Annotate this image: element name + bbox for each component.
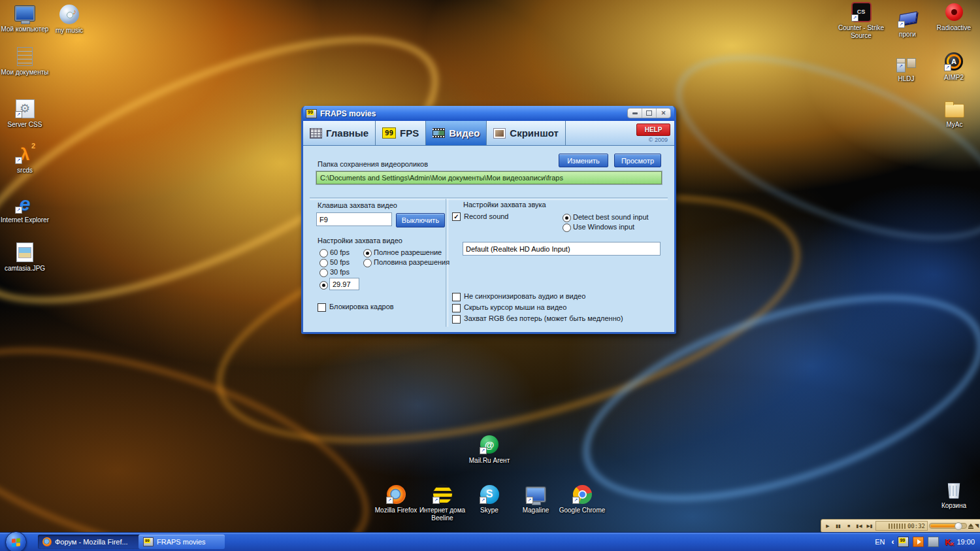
lock-framerate-checkbox[interactable] (318, 303, 326, 312)
kaspersky-tray-icon[interactable]: K (943, 537, 953, 546)
record-sound-checkbox[interactable]: ✓ (452, 212, 461, 221)
taskbar-button-fraps[interactable]: FRAPS movies (139, 535, 225, 549)
stop-button[interactable]: ■ (844, 522, 853, 530)
beeline-icon (432, 484, 453, 505)
next-track-button[interactable]: ▶▮ (865, 522, 874, 530)
icon-label: Мои документы (1, 69, 49, 76)
wallpaper-flame-streak (0, 305, 392, 551)
desktop-icon-beeline-internet[interactable]: Интернет дома Beeline (417, 484, 467, 522)
desktop-icon-skype[interactable]: S Skype (465, 484, 514, 514)
language-indicator[interactable]: EN (872, 537, 887, 546)
capture-hotkey-label: Клавиша захвата видео (318, 201, 397, 209)
fps-custom-radio[interactable] (319, 281, 328, 290)
full-resolution-radio[interactable] (363, 249, 372, 258)
desktop-icon-counter-strike-source[interactable]: CS Counter - Strike Source (836, 1, 886, 40)
pause-button[interactable]: ▮▮ (834, 522, 843, 530)
photo-icon (493, 128, 506, 139)
icon-label: MyAc (947, 121, 963, 129)
shortcut-arrow-icon (433, 497, 440, 504)
section-divider (310, 197, 668, 200)
icon-label: Internet Explorer (1, 216, 49, 224)
tab-main[interactable]: Главные (303, 121, 376, 145)
icon-label: Magaline (523, 507, 549, 514)
tab-video[interactable]: Видео (426, 121, 487, 145)
hide-cursor-checkbox[interactable] (452, 304, 461, 312)
device-tray-icon[interactable] (928, 537, 939, 547)
desktop-icon-my-computer[interactable]: Мой компьютер (0, 3, 50, 33)
fps-custom-field[interactable]: 29.97 (329, 278, 359, 290)
eject-icon[interactable] (968, 524, 973, 529)
desktop-icon-my-music[interactable]: my music (44, 4, 94, 35)
tab-screenshot[interactable]: Скриншот (487, 121, 565, 145)
hotkey-field[interactable]: F9 (316, 212, 392, 226)
system-tray: EN ‹ K 19:00 (872, 533, 977, 551)
desktop-icon-myac-folder[interactable]: MyAc (930, 98, 979, 129)
desktop-icon-mozilla-firefox[interactable]: Mozilla Firefox (371, 484, 421, 514)
no-sync-checkbox[interactable] (452, 293, 461, 301)
sound-device-select[interactable]: Default (Realtek HD Audio Input) (463, 242, 661, 256)
help-button[interactable]: HELP (636, 124, 670, 136)
icon-label: Skype (480, 507, 498, 514)
desktop-icon-server-css[interactable]: ⚙ Server CSS (0, 98, 50, 129)
deskband-grip-icon[interactable]: ◥ (975, 523, 979, 529)
icon-label: Интернет дома Beeline (417, 507, 467, 522)
minimize-button[interactable] (628, 109, 642, 118)
volume-slider[interactable] (929, 523, 967, 529)
shortcut-arrow-icon (480, 497, 487, 504)
player-display: 00:32 (875, 521, 928, 531)
start-button[interactable] (5, 531, 27, 551)
desktop-icon-aimp2[interactable]: A AIMP2 (929, 51, 979, 82)
fps-50-radio[interactable] (319, 259, 328, 267)
fraps-tray-icon[interactable] (898, 537, 909, 547)
desktop-icon-my-documents[interactable]: Мои документы (0, 46, 50, 76)
detect-sound-label: Detect best sound input (573, 213, 649, 221)
close-button[interactable]: ✕ (657, 109, 670, 118)
desktop-icon-radioactive[interactable]: Radioactive (929, 1, 979, 32)
use-windows-input-label: Use Windows input (573, 223, 634, 231)
fps-60-radio[interactable] (319, 249, 328, 258)
use-windows-input-radio[interactable] (563, 224, 571, 232)
desktop-icon-magaline[interactable]: Magaline (511, 484, 561, 514)
icon-label: Mozilla Firefox (375, 507, 417, 514)
shortcut-arrow-icon (898, 21, 905, 28)
fraps-window: FRAPS movies ✕ Главные 99 FPS Видео Скри… (301, 106, 676, 334)
desktop-icon-progi[interactable]: проги (883, 8, 932, 39)
taskbar-clock[interactable]: 19:00 (956, 538, 977, 546)
taskbar: Форум - Mozilla Firef... FRAPS movies EN… (0, 532, 980, 551)
aimp-tray-icon[interactable] (913, 537, 924, 547)
detect-sound-radio[interactable] (563, 214, 571, 222)
no-sync-label: Не синхронизировать аудио и видео (464, 292, 585, 300)
desktop-icon-google-chrome[interactable]: Google Chrome (557, 484, 607, 514)
fps-60-label: 60 fps (330, 248, 350, 256)
documents-icon (14, 46, 35, 67)
change-folder-button[interactable]: Изменить (559, 154, 608, 167)
previous-track-button[interactable]: ▮◀ (855, 522, 864, 530)
window-titlebar[interactable]: FRAPS movies ✕ (303, 106, 674, 121)
tab-fps[interactable]: 99 FPS (376, 121, 426, 145)
desktop-icon-hldj[interactable]: HLDJ (881, 52, 931, 83)
fps-50-label: 50 fps (330, 258, 350, 266)
desktop-icon-mailru-agent[interactable]: @ Mail.Ru Агент (465, 434, 514, 465)
desktop-icon-internet-explorer[interactable]: e Internet Explorer (0, 193, 50, 224)
desktop-icon-recycle-bin[interactable]: Корзина (929, 479, 979, 510)
fraps-tab-bar: Главные 99 FPS Видео Скриншот HELP © 200… (303, 121, 674, 146)
windows-flag-icon (12, 538, 20, 546)
desktop-icon-camtasia-jpg[interactable]: camtasia.JPG (0, 242, 50, 273)
music-cd-icon (59, 4, 80, 25)
save-folder-path-field[interactable]: C:\Documents and Settings\Admin\Мои доку… (316, 171, 662, 184)
half-resolution-radio[interactable] (363, 259, 372, 267)
taskbar-button-firefox[interactable]: Форум - Mozilla Firef... (38, 535, 144, 549)
shortcut-arrow-icon (896, 63, 906, 73)
view-folder-button[interactable]: Просмотр (614, 154, 661, 167)
desktop-icon-srcds[interactable]: λ2 srcds (0, 144, 50, 175)
play-button[interactable]: ▶ (823, 522, 832, 530)
rgb-lossless-checkbox[interactable] (452, 315, 461, 324)
firefox-icon (385, 484, 406, 505)
hide-cursor-label: Скрыть курсор мыши на видео (464, 303, 566, 311)
maximize-button[interactable] (642, 109, 657, 118)
film-strip-icon (433, 128, 445, 138)
fraps-app-icon (306, 109, 317, 118)
tray-collapse-chevron-icon[interactable]: ‹ (891, 537, 894, 546)
disable-hotkey-button[interactable]: Выключить (396, 213, 445, 227)
fps-30-radio[interactable] (319, 269, 328, 277)
